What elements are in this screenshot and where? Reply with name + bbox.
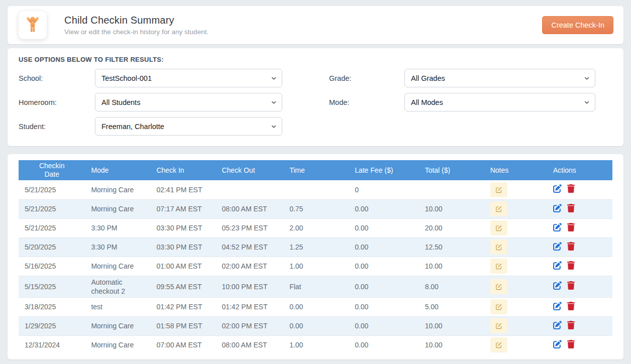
cell-time: 2.00 [283,218,349,237]
delete-button[interactable] [567,281,575,290]
cell-time [283,180,349,199]
cell-mode: test [85,297,150,316]
header-title-group: Child Checkin Summary View or edit the c… [19,11,208,39]
app-logo-card [19,11,47,39]
cell-checkin-date: 5/15/2025 [19,276,85,297]
grade-select[interactable]: All Grades [404,69,595,87]
edit-button[interactable] [553,204,562,212]
delete-button[interactable] [567,321,575,329]
cell-total: 5.00 [419,297,484,316]
edit-button[interactable] [553,281,562,290]
column-header-actions: Actions [547,160,612,180]
cell-check-out: 04:52 PM EST [216,237,283,257]
notes-button[interactable] [490,201,507,216]
homeroom-select[interactable]: All Students [95,93,282,111]
notes-button[interactable] [490,182,507,197]
note-edit-icon [495,186,502,193]
edit-button[interactable] [553,302,562,310]
edit-button[interactable] [553,184,562,193]
header-text: Child Checkin Summary View or edit the c… [64,15,208,36]
notes-button[interactable] [490,239,507,255]
notes-button[interactable] [490,337,507,352]
cell-late-fee: 0.00 [349,316,418,335]
delete-button[interactable] [567,204,575,212]
cell-notes [484,180,547,199]
cell-check-in: 09:55 AM EST [150,276,216,297]
table-head: Checkin DateModeCheck InCheck OutTimeLat… [19,160,612,180]
mode-select[interactable]: All Modes [404,93,595,111]
cell-time: 0.00 [283,297,349,316]
cell-time: 0.00 [283,316,349,335]
table-row: 5/20/20253:30 PM03:30 PM EST04:52 PM EST… [19,237,612,257]
column-header-time: Time [283,160,349,180]
cell-late-fee: 0 [349,180,418,199]
cell-late-fee: 0.00 [349,218,418,237]
edit-pencil-icon [553,204,562,212]
cell-check-out [216,180,283,199]
school-select[interactable]: TestSchool-001 [95,69,282,87]
delete-button[interactable] [567,261,575,270]
student-select[interactable]: Freeman, Charlotte [95,117,282,136]
edit-pencil-icon [553,223,562,231]
cell-mode: 3:30 PM [85,218,150,237]
cell-total: 20.00 [419,218,484,237]
cell-mode: Morning Care [85,335,150,354]
cell-mode: Morning Care [85,180,150,199]
cell-checkin-date: 12/31/2024 [19,335,85,354]
create-checkin-button[interactable]: Create Check-In [542,16,613,34]
edit-button[interactable] [553,223,562,231]
cell-mode: Morning Care [85,316,150,335]
notes-button[interactable] [490,299,507,314]
edit-button[interactable] [553,321,562,329]
cell-time: 1.00 [283,335,349,354]
grade-label: Grade: [329,74,404,82]
note-edit-icon [495,224,502,231]
edit-button[interactable] [553,261,562,270]
delete-button[interactable] [567,242,575,251]
filter-heading: USE OPTIONS BELOW TO FILTER RESULTS: [19,56,612,63]
school-label: School: [19,74,95,82]
note-edit-icon [495,303,502,310]
note-edit-icon [495,283,502,290]
edit-pencil-icon [553,261,562,270]
cell-total: 10.00 [419,335,484,354]
student-label: Student: [19,123,95,131]
cell-late-fee: 0.00 [349,276,418,297]
cell-actions [547,257,612,276]
cell-late-fee: 0.00 [349,237,418,257]
cell-check-out: 10:00 PM EST [216,276,283,297]
cell-late-fee: 0.00 [349,297,418,316]
cell-total: 10.00 [419,257,484,276]
cell-total: 12.50 [419,237,484,257]
notes-button[interactable] [490,259,507,274]
notes-button[interactable] [490,318,507,333]
edit-pencil-icon [553,340,562,348]
table-row: 1/29/2025Morning Care01:58 PM EST02:00 P… [19,316,612,335]
table-row: 5/15/2025Automatic checkout 209:55 AM ES… [19,276,612,297]
column-header-checkin-date: Checkin Date [19,160,85,180]
column-header-late-fee: Late Fee ($) [349,160,418,180]
cell-checkin-date: 3/18/2025 [19,297,85,316]
edit-pencil-icon [553,302,562,310]
trash-icon [567,281,575,290]
delete-button[interactable] [567,184,575,193]
trash-icon [567,204,575,212]
delete-button[interactable] [567,340,575,348]
cell-notes [484,257,547,276]
cell-checkin-date: 1/29/2025 [19,316,85,335]
edit-button[interactable] [553,242,562,251]
note-edit-icon [495,205,502,212]
trash-icon [567,223,575,231]
delete-button[interactable] [567,302,575,310]
delete-button[interactable] [567,223,575,231]
table-row: 5/21/20253:30 PM03:30 PM EST05:23 PM EST… [19,218,612,237]
notes-button[interactable] [490,220,507,235]
checkin-table: Checkin DateModeCheck InCheck OutTimeLat… [19,160,612,354]
cell-check-in: 03:30 PM EST [150,218,216,237]
cell-late-fee: 0.00 [349,257,418,276]
trash-icon [567,242,575,251]
edit-button[interactable] [553,340,562,348]
cell-time: Flat [283,276,349,297]
notes-button[interactable] [490,279,507,294]
table-row: 5/21/2025Morning Care07:17 AM EST08:00 A… [19,199,612,218]
